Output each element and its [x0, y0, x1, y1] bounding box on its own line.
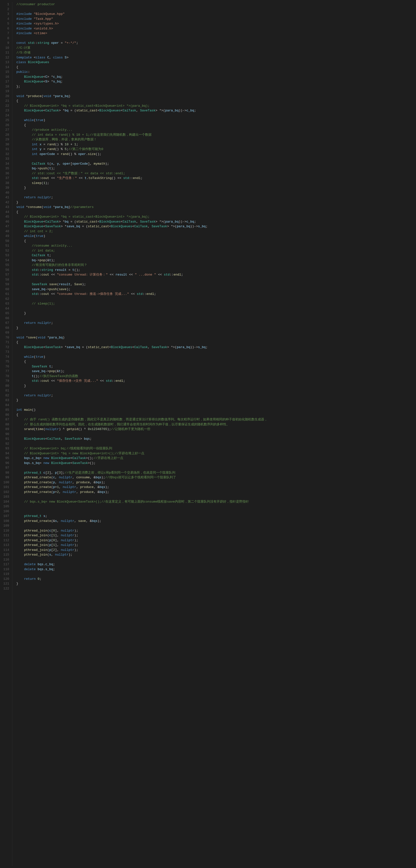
line-number: 49: [3, 234, 9, 239]
line-number: 103: [3, 494, 9, 499]
code-line: pthread_join(c[1], nullptr);: [16, 533, 412, 538]
line-number: 119: [3, 572, 9, 577]
line-number: 52: [3, 248, 9, 253]
line-number: 94: [3, 451, 9, 456]
line-number: 40: [3, 190, 9, 195]
code-line: [16, 494, 412, 499]
code-line: BlockQueue<CalTask> *bq = (static_cast<B…: [16, 219, 412, 224]
line-number: 53: [3, 253, 9, 258]
code-line: SaveTask save(result, Save);: [16, 282, 412, 287]
line-number: 76: [3, 364, 9, 369]
code-line: return 0;: [16, 577, 412, 582]
line-number: 51: [3, 243, 9, 248]
code-line: //consume activity...: [16, 243, 412, 248]
line-number: 22: [3, 103, 9, 108]
line-number: 100: [3, 480, 9, 485]
code-line: int operCode = rand() % oper.size();: [16, 152, 412, 157]
code-line: [16, 465, 412, 470]
code-line: while(true): [16, 118, 412, 123]
code-line: return nullptr;: [16, 195, 412, 200]
code-line: #include "BlockQueue.hpp": [16, 12, 412, 17]
code-line: BlockQueues<CalTask, SaveTask> bqs;: [16, 436, 412, 441]
code-content[interactable]: //consumer productor #include "BlockQueu…: [12, 2, 416, 866]
line-number: 28: [3, 132, 9, 137]
line-number: 113: [3, 543, 9, 548]
line-number: 17: [3, 79, 9, 84]
line-number: 59: [3, 282, 9, 287]
code-line: [16, 586, 412, 591]
line-number: 6: [3, 26, 9, 31]
code-line: public:: [16, 69, 412, 74]
code-line: delete bqs.s_bq;: [16, 567, 412, 572]
line-number: 77: [3, 369, 9, 374]
code-line: [16, 403, 412, 408]
code-line: [16, 7, 412, 12]
code-line: // int data = rand() % 10 + 1;//在这里我们先用随…: [16, 132, 412, 137]
line-number: 96: [3, 461, 9, 466]
code-line: template <class C, class S>: [16, 55, 412, 60]
code-line: bqs.c_bq= new BlockQueue<CalTask>();//开辟…: [16, 456, 412, 461]
code-line: //C:计算: [16, 45, 412, 51]
line-number: 11: [3, 50, 9, 55]
code-line: #include <ctime>: [16, 31, 412, 36]
code-line: [16, 36, 412, 41]
line-number: 90: [3, 432, 9, 437]
line-number: 61: [3, 292, 9, 297]
line-number: 120: [3, 577, 9, 582]
line-number: 35: [3, 166, 9, 171]
code-line: //S:存储: [16, 50, 412, 55]
line-number: 73: [3, 349, 9, 354]
line-number: 65: [3, 311, 9, 316]
line-number: 75: [3, 359, 9, 364]
code-line: {: [16, 340, 412, 345]
code-line: bq->pop(&t);: [16, 258, 412, 263]
line-number: 74: [3, 354, 9, 360]
code-line: save_bq->pop(&t);: [16, 369, 412, 374]
line-number: 98: [3, 470, 9, 475]
code-line: //从数据库，网络，外设，拿来的用户数据！: [16, 137, 412, 142]
code-line: {: [16, 210, 412, 215]
code-line: return nullptr;: [16, 320, 412, 326]
code-line: // BlockQueue<int> *bq = static_cast<Blo…: [16, 103, 412, 108]
line-number: 48: [3, 229, 9, 234]
code-line: while(true): [16, 354, 412, 360]
code-line: #include <sys/types.h>: [16, 21, 412, 26]
line-number: 63: [3, 301, 9, 306]
code-line: [16, 349, 412, 354]
code-line: #include "Task.hpp": [16, 17, 412, 22]
line-number: 71: [3, 340, 9, 345]
line-number: 68: [3, 326, 9, 331]
code-line: [16, 277, 412, 282]
line-number: 57: [3, 272, 9, 277]
code-line: std::string result = t();: [16, 268, 412, 273]
code-line: [16, 388, 412, 393]
code-line: pthread_join(p[2], nullptr);: [16, 548, 412, 553]
line-number: 97: [3, 465, 9, 470]
line-numbers-gutter: 1234567891011121314151617181920212223242…: [0, 2, 12, 866]
line-number: 50: [3, 239, 9, 244]
code-line: int y = rand() % 5;//第二个操作数可能为0: [16, 147, 412, 152]
code-line: // std::cout << "生产数据：" << data << std::…: [16, 171, 412, 176]
line-number: 42: [3, 200, 9, 205]
line-number: 93: [3, 446, 9, 451]
code-line: BlockQueue<SaveTask> *save_bq = (static_…: [16, 224, 412, 229]
code-line: const std::string oper = "+-*/";: [16, 40, 412, 45]
line-number: 4: [3, 17, 9, 22]
line-number: 32: [3, 152, 9, 157]
code-line: pthread_join(p[1], nullptr);: [16, 543, 412, 548]
code-line: // bqs.s_bq= new BlockQueue<SaveTask>();…: [16, 499, 412, 504]
code-line: [16, 316, 412, 321]
line-number: 60: [3, 287, 9, 292]
line-number: 54: [3, 258, 9, 263]
code-editor: 1234567891011121314151617181920212223242…: [0, 0, 416, 868]
code-line: std::cout << "生产任务：" << t.toTaskString()…: [16, 176, 412, 181]
line-number: 101: [3, 485, 9, 490]
code-line: //有没有可能执行的任务非常耗时间？: [16, 263, 412, 268]
code-line: [16, 509, 412, 514]
code-line: // 由于 rand() 函数生成的是伪随机数，因此它不是真正的随机数，而是通过…: [16, 417, 412, 422]
line-number: 19: [3, 89, 9, 94]
line-number: 16: [3, 74, 9, 80]
code-line: pthread_t s;: [16, 514, 412, 519]
line-number: 39: [3, 185, 9, 190]
line-number: 121: [3, 581, 9, 586]
